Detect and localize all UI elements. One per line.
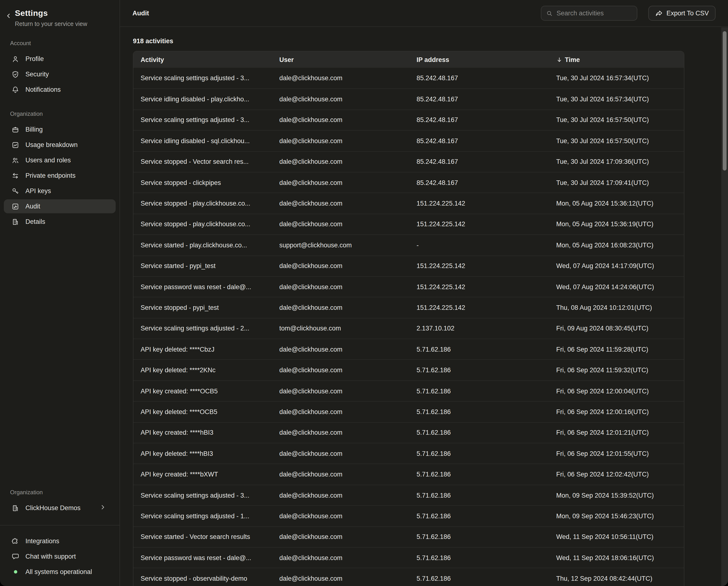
cell-time: Mon, 05 Aug 2024 15:36:19(UTC) bbox=[549, 221, 684, 228]
cell-user: support@clickhouse.com bbox=[272, 242, 409, 249]
cell-time: Mon, 09 Sep 2024 15:39:52(UTC) bbox=[549, 492, 684, 499]
cell-ip: 85.242.48.167 bbox=[409, 158, 549, 166]
audit-table: Activity User IP address Time Service sc… bbox=[133, 51, 684, 586]
cell-activity: Service scaling settings adjusted - 3... bbox=[133, 74, 272, 82]
sidebar-item-details[interactable]: Details bbox=[4, 215, 116, 229]
cell-time: Fri, 06 Sep 2024 11:59:28(UTC) bbox=[549, 346, 684, 353]
sidebar-item-audit[interactable]: Audit bbox=[4, 199, 116, 213]
column-header-activity: Activity bbox=[133, 56, 272, 63]
cell-user: dale@clickhouse.com bbox=[272, 283, 409, 290]
sidebar-item-chat-support[interactable]: Chat with support bbox=[4, 550, 116, 563]
cell-activity: Service password was reset - dale@... bbox=[133, 554, 272, 561]
cell-ip: 5.71.62.186 bbox=[409, 513, 549, 520]
cell-time: Tue, 30 Jul 2024 17:09:36(UTC) bbox=[549, 158, 684, 166]
table-row: Service started - play.clickhouse.co... … bbox=[133, 235, 684, 255]
page-title: Settings bbox=[15, 9, 87, 18]
cell-activity: Service started - pypi_test bbox=[133, 262, 272, 269]
system-status[interactable]: All systems operational bbox=[4, 565, 116, 579]
cell-time: Tue, 30 Jul 2024 16:57:34(UTC) bbox=[549, 96, 684, 103]
sort-desc-arrow-icon bbox=[556, 56, 563, 63]
cell-ip: 151.224.225.142 bbox=[409, 221, 549, 228]
cell-time: Tue, 30 Jul 2024 17:09:41(UTC) bbox=[549, 179, 684, 186]
section-label: Account bbox=[10, 40, 120, 47]
column-header-ip: IP address bbox=[409, 56, 549, 63]
cell-user: dale@clickhouse.com bbox=[272, 408, 409, 415]
sidebar-item-label: Security bbox=[25, 71, 49, 78]
settings-sidebar: Settings Return to your service view Acc… bbox=[0, 0, 120, 586]
table-row: API key created: ****bXWT dale@clickhous… bbox=[133, 464, 684, 485]
cell-user: dale@clickhouse.com bbox=[272, 575, 409, 582]
table-row: Service scaling settings adjusted - 3...… bbox=[133, 109, 684, 130]
cell-ip: 5.71.62.186 bbox=[409, 575, 549, 582]
app-window: Settings Return to your service view Acc… bbox=[0, 0, 728, 586]
search-icon bbox=[546, 10, 553, 17]
green-status-dot bbox=[14, 570, 17, 573]
cell-activity: API key created: ****OCB5 bbox=[133, 387, 272, 395]
cell-activity: API key deleted: ****2KNc bbox=[133, 366, 272, 374]
sidebar-item-notifications[interactable]: Notifications bbox=[4, 82, 116, 97]
cell-ip: 5.71.62.186 bbox=[409, 408, 549, 415]
org-name: ClickHouse Demos bbox=[25, 504, 81, 512]
cell-user: dale@clickhouse.com bbox=[272, 387, 409, 395]
cell-ip: - bbox=[409, 242, 549, 249]
cell-activity: Service stopped - pypi_test bbox=[133, 304, 272, 311]
cell-activity: Service stopped - clickpipes bbox=[133, 179, 272, 186]
table-row: Service scaling settings adjusted - 3...… bbox=[133, 485, 684, 506]
chevron-left-icon bbox=[6, 13, 11, 19]
export-arrow-icon bbox=[655, 9, 662, 17]
sidebar-item-private-endpoints[interactable]: Private endpoints bbox=[4, 169, 116, 182]
scrollbar-thumb[interactable] bbox=[723, 31, 727, 171]
column-header-time[interactable]: Time bbox=[549, 56, 684, 63]
cell-activity: Service scaling settings adjusted - 2... bbox=[133, 325, 272, 332]
cell-user: dale@clickhouse.com bbox=[272, 96, 409, 103]
cell-activity: API key deleted: ****OCB5 bbox=[133, 408, 272, 415]
bell-icon bbox=[11, 86, 19, 93]
sidebar-item-profile[interactable]: Profile bbox=[4, 52, 116, 66]
sidebar-item-usage-breakdown[interactable]: Usage breakdown bbox=[4, 138, 116, 152]
sidebar-item-security[interactable]: Security bbox=[4, 67, 116, 81]
cell-time: Tue, 30 Jul 2024 16:57:50(UTC) bbox=[549, 137, 684, 145]
table-row: Service stopped - play.clickhouse.co... … bbox=[133, 193, 684, 214]
sidebar-item-label: Audit bbox=[25, 203, 40, 210]
export-csv-button[interactable]: Export To CSV bbox=[648, 6, 716, 21]
cell-time: Wed, 07 Aug 2024 14:17:09(UTC) bbox=[549, 262, 684, 269]
cell-time: Mon, 09 Sep 2024 15:46:23(UTC) bbox=[549, 513, 684, 520]
cell-activity: Service stopped - play.clickhouse.co... bbox=[133, 221, 272, 228]
sidebar-item-api-keys[interactable]: API keys bbox=[4, 184, 116, 198]
cell-time: Thu, 12 Sep 2024 08:42:44(UTC) bbox=[549, 575, 684, 582]
sidebar-item-users-and-roles[interactable]: Users and roles bbox=[4, 153, 116, 167]
wallet-icon bbox=[11, 126, 19, 133]
cell-user: dale@clickhouse.com bbox=[272, 262, 409, 269]
sidebar-item-label: API keys bbox=[25, 187, 51, 195]
sidebar-spacer bbox=[0, 230, 120, 489]
back-button[interactable] bbox=[6, 12, 11, 21]
main-panel: Audit Export To CSV 918 activities Activ… bbox=[120, 0, 728, 586]
shield-icon bbox=[11, 70, 19, 78]
cell-activity: API key deleted: ****CbzJ bbox=[133, 346, 272, 353]
cell-ip: 5.71.62.186 bbox=[409, 492, 549, 499]
sidebar-item-label: Chat with support bbox=[25, 553, 76, 560]
cell-user: dale@clickhouse.com bbox=[272, 137, 409, 145]
table-row: API key deleted: ****CbzJ dale@clickhous… bbox=[133, 339, 684, 360]
cell-ip: 85.242.48.167 bbox=[409, 179, 549, 186]
cell-time: Fri, 06 Sep 2024 12:01:21(UTC) bbox=[549, 429, 684, 436]
sidebar-item-integrations[interactable]: Integrations bbox=[4, 534, 116, 548]
search-input[interactable] bbox=[556, 9, 632, 17]
activity-icon bbox=[11, 202, 19, 210]
sidebar-item-label: Users and roles bbox=[25, 156, 71, 164]
table-row: Service stopped - observability-demo dal… bbox=[133, 568, 684, 586]
sidebar-item-billing[interactable]: Billing bbox=[4, 122, 116, 137]
cell-activity: API key deleted: ****hBI3 bbox=[133, 450, 272, 457]
cell-user: dale@clickhouse.com bbox=[272, 221, 409, 228]
section-label: Organization bbox=[10, 489, 120, 496]
cell-user: dale@clickhouse.com bbox=[272, 533, 409, 541]
org-switcher[interactable]: ClickHouse Demos bbox=[4, 501, 116, 515]
cell-time: Mon, 05 Aug 2024 16:08:23(UTC) bbox=[549, 242, 684, 249]
cell-user: dale@clickhouse.com bbox=[272, 158, 409, 166]
scrollbar-track[interactable] bbox=[721, 27, 728, 586]
table-row: Service started - pypi_test dale@clickho… bbox=[133, 255, 684, 276]
table-row: Service idling disabled - sql.clickhou..… bbox=[133, 130, 684, 151]
cell-time: Fri, 06 Sep 2024 12:00:16(UTC) bbox=[549, 408, 684, 415]
cell-ip: 151.224.225.142 bbox=[409, 283, 549, 290]
section-title: Audit bbox=[132, 9, 149, 17]
